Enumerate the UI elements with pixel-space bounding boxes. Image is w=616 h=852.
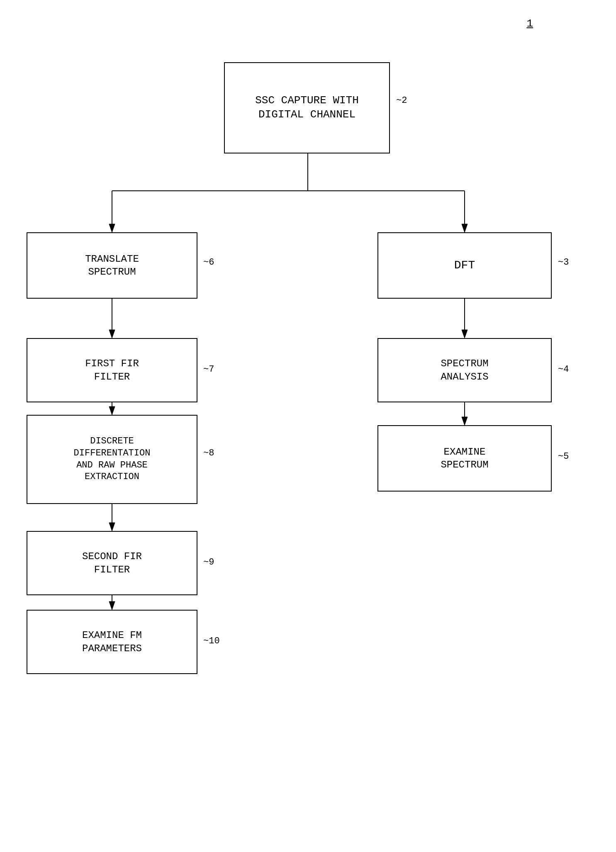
first-fir-filter-box: FIRST FIRFILTER	[27, 338, 197, 402]
dft-label: DFT	[454, 258, 475, 273]
examine-spectrum-label: EXAMINESPECTRUM	[441, 445, 488, 471]
first-fir-filter-label: FIRST FIRFILTER	[85, 357, 139, 383]
svg-marker-14	[109, 601, 115, 610]
dft-box: DFT	[377, 232, 552, 299]
dft-ref: ~3	[558, 257, 569, 268]
spectrum-analysis-label: SPECTRUMANALYSIS	[441, 357, 488, 383]
svg-marker-8	[109, 330, 115, 338]
examine-fm-parameters-label: EXAMINE FMPARAMETERS	[82, 629, 142, 655]
ssc-capture-box: SSC CAPTURE WITH DIGITAL CHANNEL	[224, 62, 390, 153]
second-fir-filter-box: SECOND FIRFILTER	[27, 531, 197, 595]
ssc-capture-label: SSC CAPTURE WITH DIGITAL CHANNEL	[230, 94, 384, 122]
svg-marker-4	[109, 224, 115, 232]
translate-spectrum-box: TRANSLATESPECTRUM	[27, 232, 197, 299]
translate-spectrum-label: TRANSLATESPECTRUM	[85, 253, 139, 278]
discrete-differentiation-box: DISCRETEDIFFERENTATIONAND RAW PHASEEXTRA…	[27, 415, 197, 504]
flowchart-diagram: 1	[0, 0, 616, 852]
svg-marker-6	[462, 224, 467, 232]
examine-fm-parameters-box: EXAMINE FMPARAMETERS	[27, 610, 197, 674]
translate-spectrum-ref: ~6	[203, 257, 214, 268]
spectrum-analysis-ref: ~4	[558, 364, 569, 375]
second-fir-filter-label: SECOND FIRFILTER	[82, 550, 142, 576]
second-fir-filter-ref: ~9	[203, 557, 214, 567]
examine-fm-parameters-ref: ~10	[203, 636, 220, 646]
svg-marker-16	[462, 330, 467, 338]
examine-spectrum-box: EXAMINESPECTRUM	[377, 425, 552, 492]
svg-marker-10	[109, 407, 115, 415]
svg-marker-18	[462, 417, 467, 425]
discrete-differentiation-label: DISCRETEDIFFERENTATIONAND RAW PHASEEXTRA…	[74, 436, 151, 483]
first-fir-filter-ref: ~7	[203, 364, 214, 375]
spectrum-analysis-box: SPECTRUMANALYSIS	[377, 338, 552, 402]
examine-spectrum-ref: ~5	[558, 451, 569, 462]
svg-marker-12	[109, 523, 115, 531]
ssc-capture-ref: ~2	[396, 95, 407, 106]
discrete-differentiation-ref: ~8	[203, 448, 214, 458]
figure-number: 1	[526, 17, 533, 30]
